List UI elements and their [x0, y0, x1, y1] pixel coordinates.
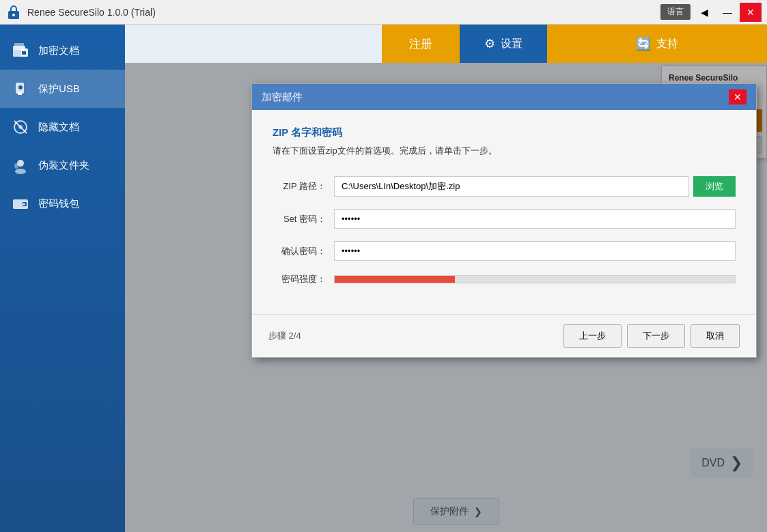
sidebar-item-password-wallet[interactable]: 密码钱包: [0, 184, 125, 223]
protect-usb-icon: [11, 79, 30, 98]
sidebar: 加密文档 保护USB 隐藏文档: [0, 25, 125, 532]
svg-point-8: [18, 85, 23, 89]
modal-body: ZIP 名字和密码 请在下面设置zip文件的首选项。完成后，请单击下一步。 ZI…: [252, 110, 756, 314]
sidebar-label-protect-usb: 保护USB: [38, 83, 80, 96]
prev-button[interactable]: 上一步: [563, 324, 622, 348]
topnav-settings[interactable]: ⚙ 设置: [460, 25, 547, 63]
set-password-label: Set 密码：: [273, 213, 334, 225]
zip-path-input-group: 浏览: [334, 176, 736, 197]
modal-title: 加密邮件: [262, 91, 303, 104]
svg-rect-5: [22, 51, 26, 55]
zip-path-row: ZIP 路径： 浏览: [273, 176, 736, 197]
main-container: 加密文档 保护USB 隐藏文档: [0, 25, 767, 532]
modal-header: 加密邮件 ✕: [252, 84, 756, 110]
modal-overlay: 加密邮件 ✕ ZIP 名字和密码 请在下面设置zip文件的首选项。完成后，请单击…: [125, 63, 767, 532]
strength-bar-container: [334, 275, 736, 283]
topnav-support[interactable]: 🔄 支持: [547, 25, 767, 63]
hide-doc-icon: [11, 117, 30, 137]
browse-button[interactable]: 浏览: [693, 176, 736, 197]
close-button[interactable]: ✕: [740, 3, 762, 22]
zip-path-label: ZIP 路径：: [273, 180, 334, 193]
sidebar-label-hide-doc: 隐藏文档: [38, 121, 79, 134]
strength-label: 密码强度：: [273, 273, 334, 285]
set-password-input[interactable]: [334, 209, 736, 229]
confirm-password-input[interactable]: [334, 241, 736, 261]
app-logo: [5, 4, 22, 20]
confirm-password-label: 确认密码：: [273, 245, 334, 257]
cancel-button[interactable]: 取消: [691, 324, 740, 348]
svg-rect-7: [18, 92, 22, 95]
topnav-register[interactable]: 注册: [382, 25, 460, 63]
top-nav: 注册 ⚙ 设置 🔄 支持: [125, 25, 767, 63]
support-icon: 🔄: [636, 36, 651, 51]
content-area: 注册 ⚙ 设置 🔄 支持 Renee SecureSilo No Locker …: [125, 25, 767, 532]
next-button[interactable]: 下一步: [627, 324, 685, 348]
encrypt-doc-icon: [11, 41, 30, 60]
modal-step-label: 步骤 2/4: [268, 330, 301, 342]
confirm-password-row: 确认密码：: [273, 241, 736, 261]
minimize-button[interactable]: —: [716, 3, 738, 22]
svg-point-14: [14, 163, 18, 169]
lang-button[interactable]: 语言: [660, 4, 691, 20]
sidebar-item-hide-doc[interactable]: 隐藏文档: [0, 108, 125, 146]
password-wallet-icon: [11, 194, 30, 213]
bg-content: DVD ❯ 保护附件 ❯ 加密邮件 ✕: [125, 63, 767, 532]
modal-footer-buttons: 上一步 下一步 取消: [563, 324, 740, 348]
set-password-row: Set 密码：: [273, 209, 736, 229]
svg-point-17: [23, 204, 25, 206]
sidebar-label-password-wallet: 密码钱包: [38, 197, 79, 210]
sidebar-label-encrypt-doc: 加密文档: [38, 44, 79, 57]
support-label: 支持: [656, 37, 678, 51]
sidebar-label-disguise-folder: 伪装文件夹: [38, 159, 89, 172]
strength-row: 密码强度：: [273, 273, 736, 285]
titlebar: Renee SecureSilo 1.0.0 (Trial) 语言 ◀ — ✕: [0, 0, 767, 25]
app-title: Renee SecureSilo 1.0.0 (Trial): [27, 7, 660, 18]
strength-bar-fill: [335, 276, 455, 283]
settings-label: 设置: [501, 37, 522, 51]
window-controls: ◀ — ✕: [693, 3, 762, 22]
modal-close-button[interactable]: ✕: [729, 89, 747, 104]
svg-point-13: [15, 169, 26, 174]
modal-dialog: 加密邮件 ✕ ZIP 名字和密码 请在下面设置zip文件的首选项。完成后，请单击…: [251, 83, 757, 358]
back-button[interactable]: ◀: [693, 3, 715, 22]
modal-description: 请在下面设置zip文件的首选项。完成后，请单击下一步。: [273, 145, 736, 157]
svg-point-11: [18, 125, 23, 129]
register-label: 注册: [409, 36, 432, 52]
zip-path-input[interactable]: [334, 176, 689, 197]
topnav-left: [125, 25, 382, 63]
topnav-right: 注册 ⚙ 设置 🔄 支持: [382, 25, 767, 63]
modal-footer: 步骤 2/4 上一步 下一步 取消: [252, 314, 756, 357]
disguise-folder-icon: [11, 156, 30, 175]
sidebar-item-encrypt-doc[interactable]: 加密文档: [0, 31, 125, 70]
sidebar-item-protect-usb[interactable]: 保护USB: [0, 70, 125, 108]
sidebar-item-disguise-folder[interactable]: 伪装文件夹: [0, 146, 125, 184]
gear-icon: ⚙: [484, 36, 495, 51]
modal-section-title: ZIP 名字和密码: [273, 126, 736, 139]
svg-point-1: [12, 14, 15, 16]
